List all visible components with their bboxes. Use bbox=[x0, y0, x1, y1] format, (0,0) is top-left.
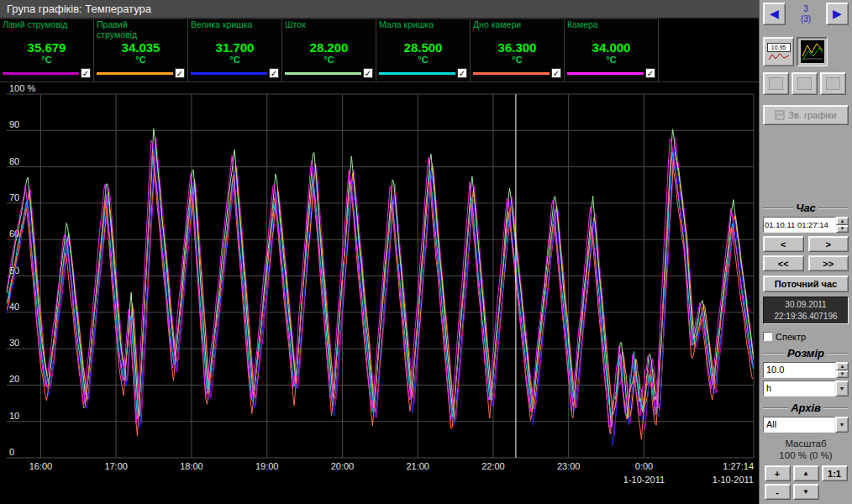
datetime-up-button[interactable]: ▲ bbox=[836, 217, 849, 225]
page-title: Група графіків: Температура bbox=[0, 0, 759, 18]
channel-color-line bbox=[3, 72, 79, 75]
channel-color-line bbox=[97, 72, 173, 75]
zoom-in-button[interactable]: + bbox=[765, 465, 791, 481]
zoom-controls: + ▲ 1:1 - ▼ bbox=[763, 465, 849, 500]
size-spinbox: 10.0 ▲ ▼ bbox=[763, 362, 849, 378]
channel-unit: °C bbox=[191, 55, 279, 65]
archive-value: All bbox=[763, 417, 835, 433]
channel-legend: Лівий струмовід35.679°C✓Правий струмовід… bbox=[0, 18, 759, 82]
left-arrow-icon: ◀ bbox=[770, 7, 779, 20]
spectrum-checkbox[interactable] bbox=[763, 332, 772, 341]
values-icon: 10.95 bbox=[767, 43, 791, 52]
y-tick-label: 10 bbox=[9, 411, 19, 421]
channel-visible-checkbox[interactable]: ✓ bbox=[457, 68, 467, 78]
graph-view-button[interactable] bbox=[797, 37, 828, 66]
archive-dropdown-button[interactable]: ▼ bbox=[835, 417, 849, 433]
channel-color-line bbox=[379, 72, 455, 75]
pan-up-button[interactable]: ▲ bbox=[793, 465, 819, 481]
archive-section-title: Архів bbox=[763, 402, 849, 414]
spectrum-toggle[interactable]: Спектр bbox=[763, 331, 849, 342]
channel-bottom-row: ✓ bbox=[567, 68, 655, 78]
page-back-button[interactable]: << bbox=[763, 255, 804, 271]
next-group-button[interactable]: ▶ bbox=[826, 3, 849, 25]
archive-dropdown[interactable]: All ▼ bbox=[763, 417, 849, 433]
channel-box-1: Лівий струмовід35.679°C✓ bbox=[0, 18, 94, 81]
channel-bottom-row: ✓ bbox=[3, 68, 91, 78]
channel-visible-checkbox[interactable]: ✓ bbox=[175, 68, 185, 78]
tool-button-1[interactable] bbox=[763, 72, 789, 95]
one-to-one-button[interactable]: 1:1 bbox=[822, 465, 848, 481]
channel-value: 36.300 bbox=[473, 40, 561, 55]
channel-bottom-row: ✓ bbox=[191, 68, 279, 78]
channel-bottom-row: ✓ bbox=[97, 68, 185, 78]
x-tick-label: 0:00 bbox=[635, 461, 653, 471]
archive-section-label: Архів bbox=[791, 402, 821, 414]
linked-graphs-label: Зв. графіки bbox=[788, 110, 836, 120]
sidebar: ◀ 3 (3) ▶ 10.95 bbox=[759, 0, 852, 504]
trend-chart-svg[interactable]: 100 %908070605040302010016:0017:0018:001… bbox=[0, 82, 759, 504]
x-tick-label: 22:00 bbox=[481, 461, 505, 471]
channel-value: 35.679 bbox=[3, 40, 91, 55]
size-up-button[interactable]: ▲ bbox=[836, 362, 849, 370]
trend-chart[interactable]: 100 %908070605040302010016:0017:0018:001… bbox=[0, 82, 759, 504]
size-unit-dropdown[interactable]: h ▼ bbox=[763, 381, 849, 396]
tool-button-3[interactable] bbox=[820, 72, 846, 95]
size-field[interactable]: 10.0 bbox=[763, 362, 836, 378]
y-tick-label: 80 bbox=[9, 156, 19, 166]
step-back-button[interactable]: < bbox=[763, 236, 804, 252]
channel-bottom-row: ✓ bbox=[285, 68, 373, 78]
channel-color-line bbox=[285, 72, 361, 75]
y-tick-label: 100 % bbox=[9, 83, 35, 93]
last-update-timestamp: 30.09.2011 22:19:36.407196 bbox=[763, 297, 849, 324]
current-time-button[interactable]: Поточний час bbox=[763, 276, 849, 292]
y-tick-label: 20 bbox=[9, 374, 19, 384]
size-section-label: Розмір bbox=[787, 347, 824, 360]
tool-icon-3 bbox=[826, 77, 840, 90]
channel-visible-checkbox[interactable]: ✓ bbox=[363, 68, 373, 78]
graph-icon bbox=[801, 40, 824, 63]
values-view-button[interactable]: 10.95 bbox=[763, 37, 794, 66]
chart-grid: 100 %908070605040302010016:0017:0018:001… bbox=[7, 83, 754, 485]
channel-label: Шток bbox=[285, 20, 373, 40]
channel-visible-checkbox[interactable]: ✓ bbox=[551, 68, 561, 78]
page-step-buttons: << >> bbox=[763, 255, 849, 271]
page-forward-button[interactable]: >> bbox=[808, 255, 849, 271]
tool-buttons bbox=[763, 72, 849, 95]
app-window: Група графіків: Температура Лівий струмо… bbox=[0, 0, 852, 504]
channel-visible-checkbox[interactable]: ✓ bbox=[269, 68, 279, 78]
channel-label: Камера bbox=[567, 20, 655, 40]
channel-unit: °C bbox=[379, 55, 467, 65]
channel-unit: °C bbox=[97, 55, 185, 65]
channel-visible-checkbox[interactable]: ✓ bbox=[645, 68, 655, 78]
y-tick-label: 90 bbox=[9, 119, 19, 129]
x-tick-label: 17:00 bbox=[104, 461, 128, 471]
channel-unit: °C bbox=[567, 55, 655, 65]
channel-visible-checkbox[interactable]: ✓ bbox=[81, 68, 91, 78]
pan-down-button[interactable]: ▼ bbox=[793, 484, 819, 500]
channel-color-line bbox=[567, 72, 644, 75]
datetime-field[interactable]: 01.10.11 01:27:14 bbox=[763, 217, 836, 233]
x-tick-label: 20:00 bbox=[331, 461, 355, 471]
linked-graphs-icon bbox=[775, 110, 785, 120]
chart-series bbox=[7, 129, 754, 445]
size-unit-dropdown-button[interactable]: ▼ bbox=[835, 381, 849, 396]
step-forward-button[interactable]: > bbox=[808, 236, 849, 252]
datetime-down-button[interactable]: ▼ bbox=[836, 225, 849, 234]
series-line-5 bbox=[7, 152, 754, 418]
separator-line bbox=[763, 407, 788, 409]
prev-group-button[interactable]: ◀ bbox=[763, 3, 786, 25]
linked-graphs-button[interactable]: Зв. графіки bbox=[763, 105, 849, 125]
size-down-button[interactable]: ▼ bbox=[836, 370, 849, 379]
trend-icon bbox=[768, 53, 790, 60]
channel-bottom-row: ✓ bbox=[473, 68, 561, 78]
channel-box-5: Мала кришка28.500°C✓ bbox=[376, 18, 471, 81]
zoom-out-button[interactable]: - bbox=[765, 484, 791, 500]
separator-line bbox=[763, 353, 785, 354]
right-arrow-icon: ▶ bbox=[833, 7, 842, 20]
main-panel: Група графіків: Температура Лівий струмо… bbox=[0, 0, 759, 504]
channel-unit: °C bbox=[285, 55, 373, 65]
time-section-title: Час bbox=[763, 202, 849, 214]
datetime-spinner: ▲ ▼ bbox=[836, 217, 849, 233]
tool-button-2[interactable] bbox=[792, 72, 818, 95]
channel-box-2: Правий струмовід34.035°C✓ bbox=[94, 18, 188, 81]
